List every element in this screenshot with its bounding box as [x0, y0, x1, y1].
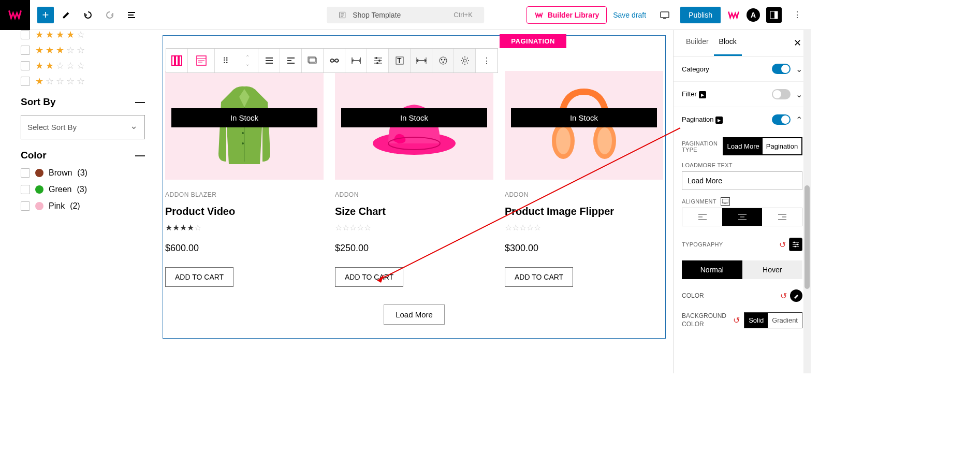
svg-point-51 — [597, 127, 612, 154]
app-logo[interactable] — [0, 0, 30, 30]
products-block[interactable]: ⠿ ⌃⌄ T ⋮ — [163, 35, 666, 339]
filter-label: Filter — [682, 90, 697, 98]
svg-point-41 — [463, 59, 466, 62]
collapse-icon[interactable]: — — [135, 96, 145, 108]
svg-point-38 — [441, 59, 442, 61]
reset-icon[interactable]: ↺ — [780, 291, 787, 301]
bg-gradient-button[interactable]: Gradient — [768, 313, 802, 328]
color-filter-brown[interactable]: Brown(3) — [21, 168, 145, 178]
reset-icon[interactable]: ↺ — [733, 315, 740, 325]
settings-sliders-icon[interactable] — [367, 49, 389, 72]
rating-filter-2[interactable]: ★★☆☆☆ — [21, 61, 145, 70]
svg-point-31 — [376, 62, 378, 64]
filter-toggle[interactable] — [772, 89, 791, 99]
product-card[interactable]: In Stock ADDON Product Image Flipper ☆☆☆… — [505, 71, 663, 287]
undo-icon[interactable] — [79, 6, 97, 24]
product-category: ADDON — [505, 191, 663, 198]
publish-button[interactable]: Publish — [680, 7, 721, 23]
load-more-button[interactable]: Load More — [384, 304, 445, 325]
media-icon[interactable] — [302, 49, 324, 72]
product-price: $300.00 — [505, 243, 663, 254]
chevron-up-icon[interactable]: ⌃ — [796, 115, 802, 125]
state-tab-hover[interactable]: Hover — [742, 260, 803, 279]
sort-by-label: Sort By — [21, 96, 56, 108]
product-title: Size Chart — [335, 206, 493, 217]
reset-icon[interactable]: ↺ — [779, 240, 786, 250]
sort-select[interactable]: Select Sort By — [21, 115, 145, 139]
gear-icon[interactable] — [454, 49, 476, 72]
width-icon[interactable] — [345, 49, 367, 72]
rating-filter-3[interactable]: ★★★☆☆ — [21, 46, 145, 55]
typography-settings-icon[interactable] — [789, 238, 802, 251]
add-block-button[interactable]: + — [37, 7, 54, 23]
more-menu-icon[interactable]: ⋮ — [788, 6, 807, 24]
align-left-button[interactable] — [682, 208, 722, 226]
product-card[interactable]: In Stock ADDON Size Chart ☆☆☆☆☆ $250.00 … — [335, 71, 493, 287]
svg-rect-52 — [722, 199, 728, 203]
add-to-cart-button[interactable]: ADD TO CART — [505, 267, 573, 287]
tab-builder[interactable]: Builder — [681, 30, 714, 56]
loadmore-text-label: LOADMORE TEXT — [682, 162, 802, 168]
play-icon: ▶ — [715, 117, 723, 124]
scrollbar[interactable] — [803, 30, 811, 373]
responsive-icon[interactable] — [721, 197, 730, 206]
pagination-type-pagination[interactable]: Pagination — [763, 138, 801, 154]
horizontal-arrows-icon[interactable] — [411, 49, 432, 72]
typography-icon[interactable]: T — [389, 49, 411, 72]
bg-solid-button[interactable]: Solid — [744, 313, 768, 328]
color-palette-icon[interactable] — [432, 49, 454, 72]
save-draft-link[interactable]: Save draft — [613, 11, 646, 19]
close-panel-icon[interactable]: ✕ — [792, 30, 803, 56]
brand-icon[interactable] — [727, 8, 740, 22]
state-tab-normal[interactable]: Normal — [682, 260, 742, 279]
pagination-type-loadmore[interactable]: Load More — [724, 138, 763, 154]
align-icon[interactable] — [258, 49, 280, 72]
editor-canvas[interactable]: PAGINATION ⠿ ⌃⌄ T ⋮ — [155, 30, 673, 373]
align-center-button[interactable] — [722, 208, 762, 226]
user-avatar[interactable]: A — [747, 8, 760, 22]
infinite-icon[interactable] — [324, 49, 345, 72]
add-to-cart-button[interactable]: ADD TO CART — [335, 267, 403, 287]
move-arrows[interactable]: ⌃⌄ — [237, 49, 258, 72]
loadmore-text-input[interactable] — [682, 171, 802, 190]
panel-toggle-icon[interactable] — [766, 7, 782, 23]
product-category: ADDON — [335, 191, 493, 198]
product-title: Product Image Flipper — [505, 206, 663, 217]
pagination-label: Pagination — [682, 115, 713, 123]
product-card[interactable]: In Stock ADDON BLAZER Product Video ★★★★… — [165, 71, 324, 287]
svg-point-37 — [440, 57, 447, 64]
drag-icon[interactable]: ⠿ — [215, 49, 237, 72]
template-name: Shop Template — [353, 11, 401, 19]
block-toolbar: ⠿ ⌃⌄ T ⋮ — [166, 48, 498, 73]
columns-icon[interactable] — [166, 49, 188, 72]
preview-icon[interactable] — [655, 6, 674, 24]
template-icon — [338, 11, 346, 19]
typography-label: TYPOGRAPHY — [682, 241, 723, 248]
chevron-down-icon[interactable]: ⌄ — [796, 90, 802, 99]
toolbar-more-icon[interactable]: ⋮ — [476, 49, 498, 72]
color-filter-green[interactable]: Green(3) — [21, 185, 145, 194]
color-picker-icon[interactable] — [790, 289, 802, 302]
pagination-toggle[interactable] — [772, 114, 791, 125]
list-view-icon[interactable] — [122, 6, 141, 24]
svg-point-49 — [556, 127, 571, 154]
add-to-cart-button[interactable]: ADD TO CART — [165, 267, 233, 287]
edit-icon[interactable] — [57, 6, 76, 24]
color-filter-pink[interactable]: Pink(2) — [21, 201, 145, 211]
tab-block[interactable]: Block — [714, 30, 742, 56]
rating-filter-1[interactable]: ★☆☆☆☆ — [21, 77, 145, 86]
shortcut-hint: Ctrl+K — [454, 11, 472, 19]
align-right-button[interactable] — [762, 208, 802, 226]
redo-icon[interactable] — [100, 6, 119, 24]
category-toggle[interactable] — [772, 64, 791, 74]
justify-icon[interactable] — [280, 49, 302, 72]
category-label: Category — [682, 65, 709, 73]
collapse-icon[interactable]: — — [135, 150, 145, 161]
svg-point-27 — [375, 57, 377, 59]
library-logo-icon — [534, 10, 544, 20]
rating-filter-4[interactable]: ★★★★☆ — [21, 30, 145, 39]
builder-library-button[interactable]: Builder Library — [526, 6, 607, 24]
chevron-down-icon[interactable]: ⌄ — [796, 64, 802, 74]
parent-icon[interactable] — [188, 49, 215, 72]
template-name-pill[interactable]: Shop Template Ctrl+K — [327, 7, 484, 23]
